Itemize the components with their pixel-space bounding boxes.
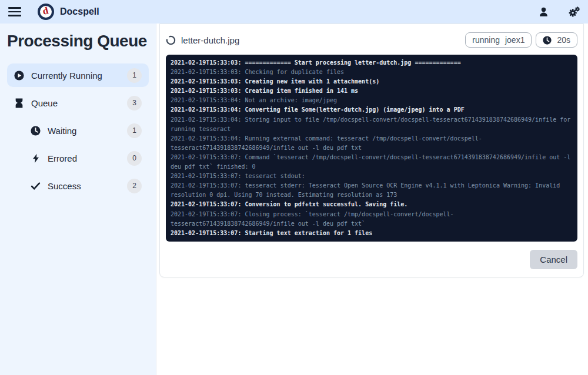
- clock-icon: [31, 126, 41, 136]
- main-content: letter-dutch.jpg running joex1 20s 2021-…: [156, 24, 588, 375]
- job-filename: letter-dutch.jpg: [181, 35, 239, 45]
- sidebar-item-label: Currently Running: [31, 71, 102, 81]
- count-badge: 2: [127, 179, 142, 193]
- job-log: 2021-02-19T15:33:03: ============= Start…: [166, 55, 577, 242]
- app-logo[interactable]: d: [38, 4, 54, 20]
- app-title: Docspell: [60, 6, 99, 17]
- count-badge: 0: [127, 151, 142, 166]
- log-line: 2021-02-19T15:33:04: Converting file Som…: [171, 105, 573, 115]
- log-line: 2021-02-19T15:33:07: Conversion to pdf+t…: [171, 200, 573, 209]
- log-line: 2021-02-19T15:33:04: Not an archive: ima…: [171, 96, 573, 105]
- hourglass-icon: [14, 98, 24, 108]
- sidebar-item-currently-running[interactable]: Currently Running 1: [7, 63, 149, 87]
- play-circle-icon: [14, 71, 24, 81]
- log-line: 2021-02-19T15:33:03: Checking for duplic…: [171, 68, 573, 77]
- job-worker: joex1: [505, 35, 524, 45]
- sidebar-item-errored[interactable]: Errored 0: [24, 146, 149, 170]
- sidebar-item-success[interactable]: Success 2: [24, 174, 149, 197]
- clock-icon: [543, 36, 552, 45]
- sidebar-item-label: Success: [48, 181, 81, 191]
- sidebar-item-label: Errored: [48, 153, 77, 163]
- sidebar: Processing Queue Currently Running 1 Que…: [0, 24, 156, 375]
- page-title: Processing Queue: [7, 32, 149, 51]
- check-icon: [31, 181, 41, 191]
- count-badge: 3: [127, 96, 142, 111]
- log-line: 2021-02-19T15:33:07: tesseract stderr: T…: [171, 181, 573, 200]
- user-icon[interactable]: [537, 6, 549, 18]
- sidebar-item-queue[interactable]: Queue 3: [7, 91, 149, 115]
- circle-notch-icon: [166, 35, 176, 45]
- log-line: 2021-02-19T15:33:07: Starting text extra…: [171, 229, 573, 238]
- log-line: 2021-02-19T15:33:03: Creating item finis…: [171, 86, 573, 96]
- job-card: letter-dutch.jpg running joex1 20s 2021-…: [159, 24, 584, 277]
- cancel-button[interactable]: Cancel: [530, 250, 577, 269]
- job-card-header: letter-dutch.jpg running joex1 20s: [160, 24, 583, 55]
- job-state-badge[interactable]: running joex1: [465, 32, 532, 48]
- bolt-icon: [31, 153, 41, 163]
- sidebar-item-waiting[interactable]: Waiting 1: [24, 119, 149, 142]
- job-duration-badge[interactable]: 20s: [536, 32, 577, 48]
- sidebar-item-label: Waiting: [48, 126, 76, 136]
- log-line: 2021-02-19T15:33:07: Closing process: `t…: [171, 210, 573, 229]
- job-duration: 20s: [557, 35, 570, 45]
- log-line: 2021-02-19T15:33:04: Running external co…: [171, 134, 573, 153]
- log-line: 2021-02-19T15:33:03: Creating new item w…: [171, 77, 573, 86]
- hamburger-menu-icon[interactable]: [8, 7, 21, 16]
- log-line: 2021-02-19T15:33:03: ============= Start…: [171, 58, 573, 68]
- count-badge: 1: [127, 123, 142, 138]
- log-line: 2021-02-19T15:33:07: tesseract stdout:: [171, 172, 573, 181]
- log-line: 2021-02-19T15:33:04: Storing input to fi…: [171, 115, 573, 134]
- job-card-footer: Cancel: [160, 242, 583, 277]
- settings-gears-icon[interactable]: [568, 6, 580, 18]
- sidebar-item-label: Queue: [31, 98, 58, 108]
- job-state: running: [472, 35, 500, 45]
- log-line: 2021-02-19T15:33:07: Command `tesseract …: [171, 153, 573, 172]
- top-navbar: d Docspell: [0, 0, 588, 24]
- count-badge: 1: [127, 68, 142, 83]
